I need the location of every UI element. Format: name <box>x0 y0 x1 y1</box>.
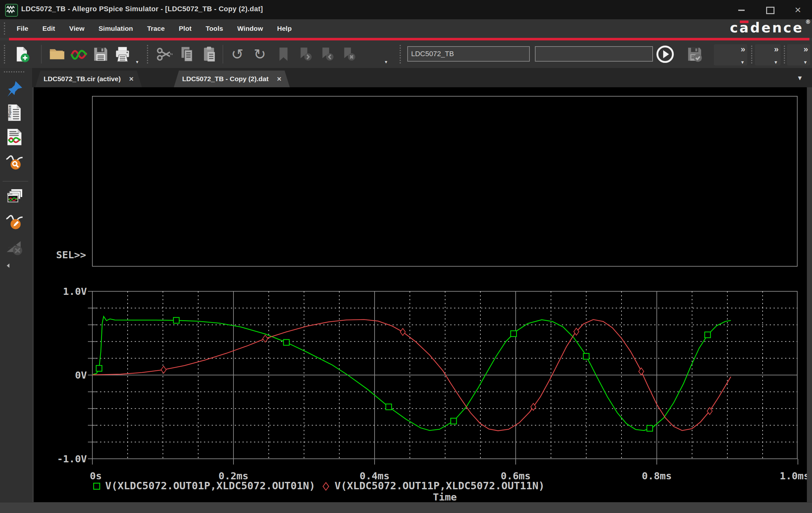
cut-scissors-icon <box>156 46 174 63</box>
menu-help[interactable]: Help <box>270 25 299 32</box>
menu-simulation[interactable]: Simulation <box>91 25 140 32</box>
open-waveform-button[interactable] <box>69 44 89 64</box>
save-button[interactable] <box>90 44 111 64</box>
examine-trace-button[interactable] <box>5 152 24 171</box>
bookmark-group-dropdown[interactable]: ▾ <box>385 59 387 65</box>
menu-window[interactable]: Window <box>230 25 270 32</box>
svg-text:V(XLDC5072.OUT11P,XLDC5072.OUT: V(XLDC5072.OUT11P,XLDC5072.OUT11N) <box>335 480 545 492</box>
toolbar-grip[interactable] <box>400 45 401 63</box>
menubar-grip[interactable] <box>4 23 5 35</box>
toolbar-grip[interactable] <box>4 45 5 63</box>
window-display-manager-button[interactable] <box>5 188 24 207</box>
save-check-icon <box>686 46 703 63</box>
toolbar-grip[interactable] <box>147 45 148 63</box>
svg-text:1.0V: 1.0V <box>63 286 87 297</box>
overflow-dropdown[interactable]: ▼ <box>803 60 808 65</box>
previous-bookmark-button[interactable] <box>317 44 337 64</box>
svg-text:0V: 0V <box>75 369 87 381</box>
dock-grip[interactable] <box>4 71 24 73</box>
overflow-dropdown[interactable]: ▼ <box>774 60 778 65</box>
toolbar: ▾ ↺ ↻ <box>0 40 812 68</box>
toolbar-overflow-group: » ▼ <box>787 44 810 65</box>
toggle-bookmark-button[interactable] <box>273 44 294 64</box>
dock-separator <box>3 181 28 181</box>
svg-text:V(XLDC5072.OUT01P,XLDC5072.OUT: V(XLDC5072.OUT01P,XLDC5072.OUT01N) <box>105 480 315 492</box>
menu-tools[interactable]: Tools <box>199 25 230 32</box>
cadence-macron <box>740 21 749 23</box>
statusbar <box>0 502 812 513</box>
copy-icon <box>179 46 196 63</box>
tab-dat-file[interactable]: LDC5072_TB - Copy (2).dat × <box>174 70 290 87</box>
plot-canvas[interactable]: 1.0V0V-1.0V0s0.2ms0.4ms0.6ms0.8ms1.0msV(… <box>34 87 807 502</box>
waveform-document-icon <box>5 128 24 146</box>
cadence-logo: cadence® <box>730 20 804 38</box>
trace-edit-icon <box>5 212 24 230</box>
view-simulation-results-button[interactable] <box>5 128 24 147</box>
menu-trace[interactable]: Trace <box>140 25 172 32</box>
menu-edit[interactable]: Edit <box>35 25 62 32</box>
next-bookmark-button[interactable] <box>295 44 316 64</box>
svg-text:PSpice: PSpice <box>8 105 11 117</box>
new-file-button[interactable] <box>11 44 32 64</box>
print-group-dropdown[interactable]: ▾ <box>136 59 139 65</box>
plot-windows-stack-icon <box>5 188 24 206</box>
open-button[interactable] <box>47 44 67 64</box>
performance-analysis-button[interactable] <box>5 238 24 257</box>
svg-text:Time: Time <box>433 491 457 502</box>
bookmark-icon <box>276 46 291 62</box>
pin-toolbar-button[interactable] <box>5 80 24 99</box>
open-folder-icon <box>49 46 66 63</box>
run-simulation-button[interactable] <box>655 44 675 64</box>
simulation-profile-input[interactable] <box>407 46 530 62</box>
overflow-chevron[interactable]: » <box>741 44 745 54</box>
edit-trace-button[interactable] <box>5 212 24 231</box>
app-waveform-icon <box>5 4 18 17</box>
bookmark-previous-icon <box>319 46 335 62</box>
dock-collapse-arrow[interactable] <box>5 262 24 270</box>
overflow-dropdown[interactable]: ▼ <box>740 60 745 65</box>
paste-icon <box>201 46 219 63</box>
cut-button[interactable] <box>154 44 175 64</box>
toolbar-separator <box>41 45 42 63</box>
analysis-tools-icon <box>5 238 24 257</box>
copy-button[interactable] <box>177 44 198 64</box>
view-netlist-button[interactable]: PSpice <box>5 103 24 122</box>
menubar: File Edit View Simulation Trace Plot Too… <box>0 19 812 38</box>
print-icon <box>114 46 131 63</box>
run-time-input[interactable] <box>535 46 653 62</box>
paste-button[interactable] <box>200 44 220 64</box>
titlebar: LDC5072_TB - Allegro PSpice Simulator - … <box>0 0 812 19</box>
menu-plot[interactable]: Plot <box>172 25 199 32</box>
print-button[interactable] <box>112 44 133 64</box>
application-window: LDC5072_TB - Allegro PSpice Simulator - … <box>0 0 812 513</box>
main-area: PSpice <box>0 68 812 502</box>
play-icon <box>656 45 674 63</box>
tab-circuit-file[interactable]: LDC5072_TB.cir (active) × <box>35 70 142 87</box>
tab-close-icon[interactable]: × <box>129 75 134 83</box>
toolbar-grip[interactable] <box>751 46 752 63</box>
overflow-chevron[interactable]: » <box>774 44 779 54</box>
toolbar-separator <box>223 45 223 63</box>
bookmark-next-icon <box>297 46 313 62</box>
clear-bookmarks-button[interactable] <box>339 44 359 64</box>
overflow-chevron[interactable]: » <box>804 44 808 54</box>
menu-view[interactable]: View <box>62 25 91 32</box>
toolbar-overflow-group: » ▼ <box>714 44 747 65</box>
svg-text:0.8ms: 0.8ms <box>642 470 671 482</box>
bookmark-delete-icon <box>341 46 357 62</box>
menu-file[interactable]: File <box>10 25 35 32</box>
close-button[interactable]: × <box>788 3 808 17</box>
undo-button[interactable]: ↺ <box>227 44 248 64</box>
svg-text:-1.0V: -1.0V <box>57 453 87 464</box>
tab-list-dropdown[interactable]: ▼ <box>796 75 803 82</box>
toolbar-grip[interactable] <box>784 46 785 63</box>
toolbar-overflow-group: » ▼ <box>755 44 781 65</box>
save-results-button[interactable] <box>684 44 705 64</box>
maximize-button[interactable] <box>761 3 780 17</box>
tab-close-icon[interactable]: × <box>277 75 282 83</box>
pspice-document-icon: PSpice <box>5 103 24 122</box>
document-tabbar: LDC5072_TB.cir (active) × LDC5072_TB - C… <box>32 68 812 87</box>
redo-button[interactable]: ↻ <box>250 44 270 64</box>
minimize-button[interactable] <box>732 3 751 17</box>
left-dock: PSpice <box>0 68 32 502</box>
